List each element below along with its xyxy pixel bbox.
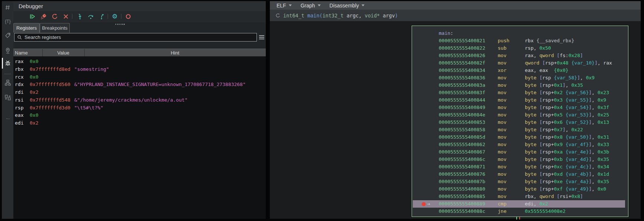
memory-map-icon[interactable] [4, 47, 12, 55]
step-into-button[interactable] [76, 13, 83, 20]
splitter-handle-icon[interactable] [115, 24, 125, 25]
instruction-mnemonic: mov [498, 133, 506, 141]
settings-button[interactable]: ⚙ [111, 13, 118, 20]
signature-token: ) [395, 13, 398, 19]
instruction-mnemonic: mov [498, 156, 506, 163]
instruction-line[interactable]: 000055555540083fmovbyte [rsp+0x2 {var_56… [412, 89, 628, 96]
instruction-line[interactable]: 0000555555400834xoreax, eax {0x0} [412, 67, 628, 74]
instruction-line[interactable]: 0000555555400885movrbx, qword [rsi+0x8] [412, 193, 628, 200]
register-row-rcx[interactable]: rcx0x0 [13, 73, 266, 81]
instruction-line[interactable]: 0000555555400826movrax, qword [fs:0x28] [412, 52, 628, 59]
column-header-value[interactable]: Value [42, 50, 84, 56]
chevron-down-icon [289, 4, 292, 6]
column-header-name[interactable]: Name [15, 50, 41, 56]
instruction-line[interactable]: 0000555555400862movbyte [rsp+0x9 {var_4f… [412, 141, 628, 148]
column-divider[interactable] [42, 49, 43, 56]
register-row-rsp[interactable]: rsp0x7fffffffd3d0"\t5#\t?%" [13, 104, 266, 112]
instruction-address: 000055555540083a [439, 82, 485, 89]
sidebar-divider [4, 74, 11, 74]
instruction-line[interactable]: 000055555540087bmovbyte [rsp+0xe {var_4a… [412, 178, 628, 185]
instruction-line[interactable]: 000055555540085dmovbyte [rsp+0x8 {var_50… [412, 133, 628, 141]
instruction-line[interactable]: 0000555555400822subrsp, 0x50 [412, 44, 628, 52]
menu-graph[interactable]: Graph [301, 3, 321, 9]
instruction-line[interactable]: 0000555555400858movbyte [rsp+0x7], 0x22 [412, 126, 628, 133]
instruction-line[interactable]: 000055555540086cmovbyte [rsp+0xb {var_4d… [412, 156, 628, 163]
menu-elf[interactable]: ELF [277, 3, 292, 9]
disassembly-view: ELFGraphDisassembly int64_t main(int32_t… [270, 1, 641, 219]
signature-token: argv [383, 13, 395, 19]
toolbar-separator [121, 14, 121, 19]
breakpoint-icon[interactable] [422, 202, 426, 206]
signature-token: ( [320, 13, 323, 19]
signature-token: int64_t [283, 13, 307, 19]
types-icon[interactable]: {T} [4, 17, 12, 26]
register-value[interactable]: 0x7fffffffd3d0 [30, 104, 71, 112]
instruction-line[interactable]: 000055555540083amovbyte [rsp+0x1], 0x35 [412, 82, 628, 89]
instruction-line[interactable]: 0000555555400867movbyte [rsp+0xa {var_4e… [412, 148, 628, 156]
active-pane-indicator [2, 58, 3, 69]
kill-button[interactable] [62, 13, 69, 20]
instruction-operands: byte [rsp+0xa {var_4e}], 0x3b [525, 148, 609, 156]
instruction-operands: byte [rsp+0x7], 0x22 [525, 126, 583, 133]
instruction-line[interactable]: 000055555540088cjne0x5555554008e2 [412, 208, 628, 215]
tab-breakpoints[interactable]: Breakpoints [40, 23, 70, 33]
instruction-line[interactable]: 0000555555400821pushrbx {__saved_rbx} [412, 37, 628, 44]
debugger-bug-icon[interactable] [4, 59, 12, 67]
more-icon[interactable]: ... [4, 113, 12, 122]
register-value[interactable]: 0x0 [30, 111, 38, 119]
instruction-line[interactable]: 0000555555400836movbyte [rsp {var_58}], … [412, 74, 628, 82]
hamburger-menu-icon[interactable] [258, 34, 265, 40]
instruction-line[interactable]: 0000555555400876movbyte [rsp+0xd {var_4b… [412, 171, 628, 178]
column-divider[interactable] [84, 49, 85, 56]
instruction-line[interactable]: 0000555555400880movbyte [rsp+0xf {var_49… [412, 185, 628, 193]
instruction-line[interactable]: →0000555555400889cmpedi, 0x2 [412, 200, 628, 208]
mini-graph-icon[interactable] [4, 79, 12, 87]
instruction-address: 000055555540087b [439, 178, 485, 185]
register-row-rsi[interactable]: rsi0x7fffffffd548&"/home/jeremy/crackmes… [13, 96, 266, 104]
register-row-eax[interactable]: eax0x0 [13, 111, 266, 119]
instruction-line[interactable]: 0000555555400844movbyte [rsp+0x3 {var_55… [412, 96, 628, 104]
column-header-hint[interactable]: Hint [84, 50, 266, 56]
register-value[interactable]: 0x0 [30, 73, 38, 81]
instruction-operands: byte [rsp+0xf {var_49}], 0x0 [525, 185, 606, 193]
basic-block-node[interactable]: main:0000555555400821pushrbx {__saved_rb… [412, 26, 628, 217]
block-label[interactable]: main: [412, 30, 628, 37]
register-search[interactable]: Search registers [14, 33, 257, 42]
tab-registers[interactable]: Registers [13, 23, 40, 33]
step-return-button[interactable] [98, 13, 105, 20]
graph-canvas[interactable]: main:0000555555400821pushrbx {__saved_rb… [270, 21, 641, 219]
register-value[interactable]: 0x0 [30, 57, 38, 65]
step-over-button[interactable] [87, 13, 94, 20]
register-value[interactable]: 0x2 [30, 119, 38, 127]
instruction-operands: 0x5555554008e2 [525, 208, 566, 215]
register-row-rdx[interactable]: rdx0x7fffffffd560&"HYPRLAND_INSTANCE_SIG… [13, 80, 266, 88]
instruction-mnemonic: mov [498, 193, 506, 200]
register-row-edi[interactable]: edi0x2 [13, 119, 266, 127]
resume-button[interactable] [29, 13, 36, 20]
instruction-address: 0000555555400853 [439, 119, 485, 126]
register-value[interactable]: 0x7fffffffd548 [30, 96, 71, 104]
register-row-rbx[interactable]: rbx0x7fffffffd8ed"somestring" [13, 65, 266, 73]
instruction-line[interactable]: 0000555555400871movbyte [rsp+0xc {var_4c… [412, 163, 628, 171]
restart-button[interactable] [51, 13, 58, 20]
launch-button[interactable] [40, 13, 47, 20]
instruction-line[interactable]: 0000555555400849movbyte [rsp+0x4 {var_54… [412, 104, 628, 111]
register-value[interactable]: 0x7fffffffd560 [30, 80, 71, 88]
register-hint: &"/home/jeremy/crackmes/unlockme/a.out" [74, 96, 187, 104]
register-row-rdi[interactable]: rdi0x2 [13, 88, 266, 96]
cross-references-icon[interactable] [4, 93, 12, 102]
instruction-line[interactable]: 000055555540084emovbyte [rsp+0x5 {var_53… [412, 111, 628, 119]
instruction-operands: rbx {__saved_rbx} [525, 37, 574, 44]
register-value[interactable]: 0x2 [30, 88, 38, 96]
tag-icon[interactable] [4, 32, 12, 40]
instruction-operands: rsp, 0x50 [525, 44, 551, 52]
instruction-address: 0000555555400834 [439, 67, 485, 74]
menu-disassembly[interactable]: Disassembly [330, 3, 365, 9]
register-row-rax[interactable]: rax0x0 [13, 57, 266, 65]
hash-icon[interactable] [4, 3, 12, 11]
instruction-address: 0000555555400844 [439, 96, 485, 104]
record-button[interactable] [125, 13, 131, 20]
instruction-line[interactable]: 000055555540082fmovqword [rsp+0x48 {var_… [412, 59, 628, 67]
register-value[interactable]: 0x7fffffffd8ed [30, 65, 71, 73]
instruction-line[interactable]: 0000555555400853movbyte [rsp+0x6 {var_52… [412, 119, 628, 126]
